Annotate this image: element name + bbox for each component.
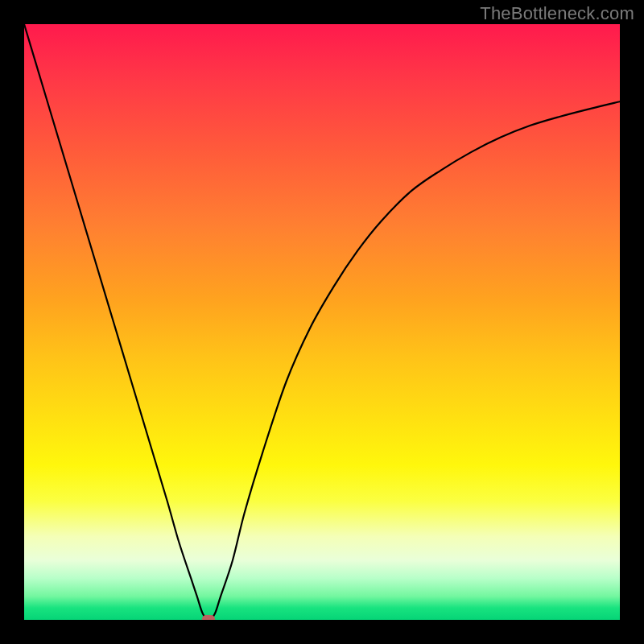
minimum-marker [202, 615, 215, 620]
bottleneck-curve [24, 24, 620, 620]
plot-area [24, 24, 620, 620]
watermark-text: TheBottleneck.com [480, 3, 634, 24]
chart-frame: TheBottleneck.com [0, 0, 644, 644]
